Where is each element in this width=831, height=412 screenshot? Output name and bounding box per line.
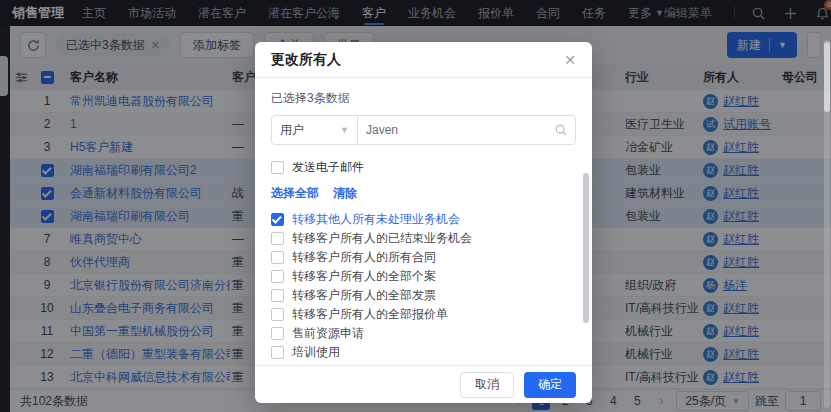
modal-scrollbar-thumb[interactable] xyxy=(583,173,589,323)
modal-header: 更改所有人 ✕ xyxy=(255,42,592,78)
option-label: 客户名称 xyxy=(292,363,340,365)
filter-type-select[interactable]: 用户 ▼ xyxy=(272,116,358,144)
option-label: 转移客户所有人的全部报价单 xyxy=(292,306,448,323)
transfer-option[interactable]: 转移客户所有人的已结束业务机会 xyxy=(271,229,576,248)
owner-search-input[interactable] xyxy=(366,123,549,137)
option-label: 培训使用 xyxy=(292,344,340,361)
transfer-options-list: 转移其他人所有未处理业务机会转移客户所有人的已结束业务机会转移客户所有人的所有合… xyxy=(271,210,576,365)
crm-screen: 销售管理 主页市场活动潜在客户潜在客户公海客户业务机会报价单合同任务更多▼ 编辑… xyxy=(0,0,831,412)
search-icon xyxy=(555,124,567,136)
option-label: 转移客户所有人的全部个案 xyxy=(292,268,436,285)
transfer-option[interactable]: 转移其他人所有未处理业务机会 xyxy=(271,210,576,229)
option-label: 转移客户所有人的所有合同 xyxy=(292,249,436,266)
clear-link[interactable]: 清除 xyxy=(333,185,357,202)
confirm-button[interactable]: 确定 xyxy=(524,372,576,398)
cancel-button[interactable]: 取消 xyxy=(460,372,514,398)
page-scrollbar[interactable] xyxy=(824,40,830,408)
transfer-option[interactable]: 售前资源申请 xyxy=(271,324,576,343)
select-all-link[interactable]: 选择全部 xyxy=(271,185,319,202)
transfer-option[interactable]: 培训使用 xyxy=(271,343,576,362)
modal-title: 更改所有人 xyxy=(271,51,564,69)
option-label: 转移客户所有人的全部发票 xyxy=(292,287,436,304)
option-label: 转移其他人所有未处理业务机会 xyxy=(292,211,460,228)
change-owner-modal: 更改所有人 ✕ 已选择3条数据 用户 ▼ 发送电子邮件 选择全部 xyxy=(255,42,592,403)
send-email-label: 发送电子邮件 xyxy=(292,159,364,176)
option-label: 售前资源申请 xyxy=(292,325,364,342)
option-checkbox[interactable] xyxy=(271,308,284,321)
send-email-checkbox[interactable] xyxy=(271,161,284,174)
transfer-option[interactable]: 转移客户所有人的全部个案 xyxy=(271,267,576,286)
page-scrollbar-thumb[interactable] xyxy=(824,42,830,112)
owner-search-field xyxy=(358,116,575,144)
option-checkbox[interactable] xyxy=(271,346,284,359)
option-checkbox[interactable] xyxy=(271,251,284,264)
transfer-option[interactable]: 转移客户所有人的全部发票 xyxy=(271,286,576,305)
owner-search-group: 用户 ▼ xyxy=(271,115,576,145)
bulk-links: 选择全部 清除 xyxy=(271,185,576,202)
modal-body: 已选择3条数据 用户 ▼ 发送电子邮件 选择全部 清除 转移其他人所有未处理业务… xyxy=(255,78,592,365)
transfer-option[interactable]: 转移客户所有人的全部报价单 xyxy=(271,305,576,324)
modal-footer: 取消 确定 xyxy=(255,365,592,403)
option-checkbox[interactable] xyxy=(271,327,284,340)
option-label: 转移客户所有人的已结束业务机会 xyxy=(292,230,472,247)
option-checkbox[interactable] xyxy=(271,213,284,226)
option-checkbox[interactable] xyxy=(271,232,284,245)
close-icon[interactable]: ✕ xyxy=(564,52,576,68)
option-checkbox[interactable] xyxy=(271,270,284,283)
option-checkbox[interactable] xyxy=(271,289,284,302)
filter-type-value: 用户 xyxy=(280,122,334,139)
transfer-option[interactable]: 客户名称 xyxy=(271,362,576,365)
chevron-down-icon: ▼ xyxy=(340,125,349,135)
modal-selected-count: 已选择3条数据 xyxy=(271,90,576,107)
transfer-option[interactable]: 转移客户所有人的所有合同 xyxy=(271,248,576,267)
send-email-row: 发送电子邮件 xyxy=(271,157,576,177)
